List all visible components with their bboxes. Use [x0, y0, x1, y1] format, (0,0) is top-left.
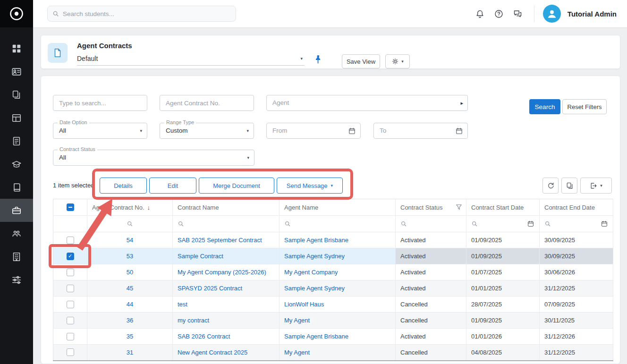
row-checkbox[interactable]: ✓ — [67, 253, 74, 260]
export-button[interactable]: ▾ — [580, 178, 612, 194]
start-cell: 28/07/2025 — [466, 296, 540, 313]
table-row[interactable]: ✓ 36 my contract My Agent Cancelled 01/0… — [53, 313, 613, 329]
chevron-down-icon: ▾ — [247, 155, 249, 160]
to-placeholder: To — [380, 127, 386, 134]
from-date-input[interactable]: From — [266, 123, 361, 139]
contract-status-label: Contract Status — [58, 146, 97, 152]
filter-end-date[interactable] — [540, 216, 613, 232]
header-agent-name[interactable]: Agent Name — [280, 199, 396, 216]
search-button[interactable]: Search — [529, 99, 560, 114]
chevron-down-icon: ▾ — [331, 183, 333, 188]
agent-name-link[interactable]: Sample Agent Sydney — [284, 253, 345, 260]
row-checkbox[interactable]: ✓ — [67, 333, 74, 340]
sidebar-item-documents[interactable] — [0, 83, 33, 106]
contract-no-link[interactable]: 35 — [127, 333, 133, 340]
view-settings-button[interactable]: ▾ — [385, 54, 410, 68]
sidebar-item-layout[interactable] — [0, 106, 33, 129]
student-search[interactable] — [47, 6, 236, 22]
edit-button[interactable]: Edit — [149, 178, 196, 194]
to-date-input[interactable]: To — [373, 123, 468, 139]
table-row[interactable]: ✓ 54 SAB 2025 September Contract Sample … — [53, 232, 613, 248]
reset-filters-button[interactable]: Reset Filters — [562, 99, 607, 114]
contract-name-link[interactable]: New Agent Contract 2025 — [178, 349, 247, 356]
table-row[interactable]: ✓ 50 My Agent Company (2025-2026) My Age… — [53, 264, 613, 280]
agent-name-link[interactable]: My Agent — [284, 317, 310, 324]
header-contract-no[interactable]: Agent Contract No.↓ — [87, 199, 173, 216]
merge-document-button[interactable]: Merge Document — [199, 178, 274, 194]
sidebar-item-courses[interactable] — [0, 152, 33, 176]
header-status[interactable]: Contract Status — [396, 199, 466, 216]
date-option-select[interactable]: Date Option All ▾ — [53, 123, 147, 139]
user-avatar[interactable] — [543, 5, 561, 23]
refresh-button[interactable] — [542, 178, 559, 194]
filter-contract-name[interactable] — [173, 216, 280, 232]
header-contract-name[interactable]: Contract Name — [173, 199, 280, 216]
contract-name-link[interactable]: test — [178, 301, 187, 308]
sidebar-item-agents[interactable] — [0, 199, 33, 222]
save-view-button[interactable]: Save View — [342, 54, 380, 68]
agent-filter-select[interactable]: Agent ▸ — [266, 95, 468, 111]
filter-contract-no[interactable] — [87, 216, 173, 232]
copy-button[interactable] — [561, 178, 577, 194]
agent-name-link[interactable]: LionWolf Haus — [284, 301, 324, 308]
contract-name-link[interactable]: SPASYD 2025 Contract — [178, 285, 242, 292]
row-checkbox[interactable]: ✓ — [67, 237, 74, 244]
end-cell: 30/11/2025 — [540, 313, 613, 329]
table-row[interactable]: ✓ 44 test LionWolf Haus Cancelled 28/07/… — [53, 296, 613, 313]
send-message-button[interactable]: Send Message ▾ — [277, 178, 343, 194]
notifications-button[interactable] — [471, 4, 490, 23]
filter-agent-name[interactable] — [280, 216, 396, 232]
range-type-select[interactable]: Range Type Custom ▾ — [160, 123, 254, 139]
contract-name-link[interactable]: my contract — [178, 317, 209, 324]
search-input[interactable] — [63, 10, 231, 17]
contract-name-link[interactable]: My Agent Company (2025-2026) — [178, 269, 266, 276]
sidebar-item-invoices[interactable] — [0, 129, 33, 152]
sidebar-item-settings[interactable] — [0, 268, 33, 291]
agent-name-link[interactable]: Sample Agent Brisbane — [284, 237, 348, 244]
table-row[interactable]: ✓ 53 Sample Contract Sample Agent Sydney… — [53, 248, 613, 264]
contract-no-link[interactable]: 54 — [127, 237, 133, 244]
messages-button[interactable] — [508, 4, 527, 23]
contract-name-link[interactable]: SAB 2025 September Contract — [178, 237, 262, 244]
row-checkbox[interactable]: ✓ — [67, 348, 74, 356]
contract-status-select[interactable]: Contract Status All ▾ — [53, 150, 254, 166]
agent-name-link[interactable]: My Agent — [284, 349, 310, 356]
contract-name-link[interactable]: SAB 2026 Contract — [178, 333, 230, 340]
agent-name-link[interactable]: Sample Agent Brisbane — [284, 333, 348, 340]
agent-name-link[interactable]: Sample Agent Sydney — [284, 285, 345, 292]
table-row[interactable]: ✓ 31 New Agent Contract 2025 My Agent Ca… — [53, 345, 613, 361]
row-checkbox[interactable]: ✓ — [67, 317, 74, 324]
keyword-filter-input[interactable] — [53, 95, 147, 111]
filter-status[interactable] — [396, 216, 466, 232]
header-start-date[interactable]: Contract Start Date — [466, 199, 540, 216]
header-end-date[interactable]: Contract End Date — [540, 199, 613, 216]
view-select[interactable]: Default ▾ — [77, 53, 305, 66]
contract-no-filter-input[interactable] — [160, 95, 254, 111]
contract-name-link[interactable]: Sample Contract — [178, 253, 223, 260]
agent-name-link[interactable]: My Agent Company — [284, 269, 338, 276]
help-button[interactable] — [490, 4, 508, 23]
contract-no-link[interactable]: 36 — [127, 317, 133, 324]
contract-no-link[interactable]: 44 — [127, 301, 133, 308]
table-row[interactable]: ✓ 35 SAB 2026 Contract Sample Agent Bris… — [53, 329, 613, 345]
end-cell: 30/06/2026 — [540, 264, 613, 280]
contract-no-link[interactable]: 31 — [127, 349, 133, 356]
sidebar-item-students[interactable] — [0, 60, 33, 83]
pin-view-button[interactable] — [313, 54, 324, 66]
agent-filter-placeholder: Agent — [272, 99, 289, 106]
briefcase-icon — [11, 205, 22, 216]
table-row[interactable]: ✓ 45 SPASYD 2025 Contract Sample Agent S… — [53, 280, 613, 296]
sidebar-item-dashboard[interactable] — [0, 37, 33, 60]
filter-start-date[interactable] — [466, 216, 540, 232]
row-checkbox[interactable]: ✓ — [67, 301, 74, 308]
contract-no-link[interactable]: 45 — [127, 285, 133, 292]
contract-no-link[interactable]: 53 — [127, 253, 133, 260]
contract-no-link[interactable]: 50 — [127, 269, 133, 276]
row-checkbox[interactable]: ✓ — [67, 285, 74, 292]
details-button[interactable]: Details — [100, 178, 147, 194]
sidebar-item-staff[interactable] — [0, 222, 33, 245]
select-all-checkbox[interactable] — [67, 203, 74, 211]
sidebar-item-organisation[interactable] — [0, 245, 33, 268]
row-checkbox[interactable]: ✓ — [67, 269, 74, 276]
sidebar-item-library[interactable] — [0, 176, 33, 199]
